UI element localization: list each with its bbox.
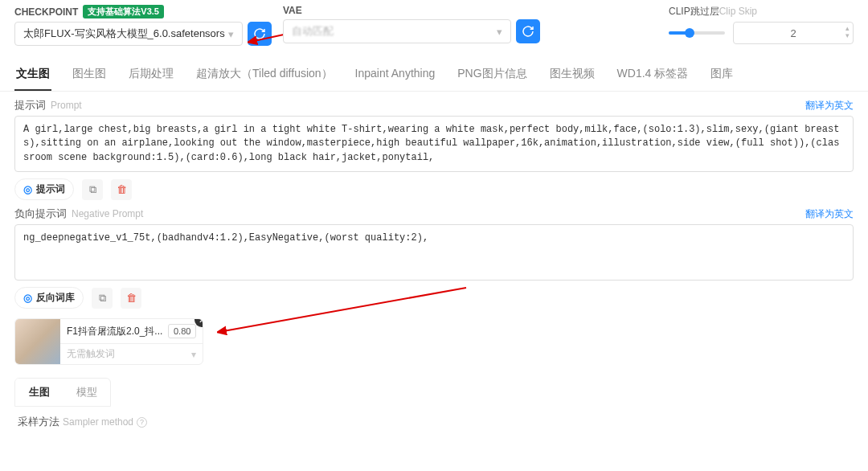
prompt-textarea[interactable]: A girl,large chest,big breasts,a girl in… <box>14 116 854 172</box>
neg-prompt-textarea[interactable]: ng_deepnegative_v1_75t,(badhandv4:1.2),E… <box>14 224 854 281</box>
checkpoint-refresh-button[interactable] <box>248 22 272 46</box>
prompt-token-label: 提示词 <box>36 182 65 196</box>
vae-refresh-button[interactable] <box>516 19 540 43</box>
refresh-icon <box>522 25 534 38</box>
vae-label: VAE <box>283 5 302 16</box>
prompt-copy-button[interactable]: ⧉ <box>82 179 103 200</box>
lora-weight-input[interactable]: 0.80 <box>168 324 196 338</box>
chevron-down-icon: ▾ <box>497 26 502 38</box>
tab-generate[interactable]: 生图 <box>15 379 63 406</box>
tab-postprocess[interactable]: 后期处理 <box>127 59 175 91</box>
neg-copy-button[interactable]: ⧉ <box>92 288 113 309</box>
refresh-icon <box>253 27 266 40</box>
tab-wd14-tagger[interactable]: WD1.4 标签器 <box>616 59 690 91</box>
tab-tiled-diffusion[interactable]: 超清放大（Tiled diffusion） <box>194 59 334 91</box>
vae-select[interactable]: 自动匹配 ▾ <box>283 19 511 43</box>
clip-skip-value: 2 <box>790 27 796 39</box>
prompt-token-button[interactable]: ◎ 提示词 <box>14 178 74 200</box>
checkpoint-label: CHECKPOINT <box>14 6 78 18</box>
lora-card: F1抖音屠流版2.0_抖... 0.80 无需触发词 ▾ ✕ <box>14 318 203 365</box>
target-icon: ◎ <box>23 292 32 304</box>
close-icon: ✕ <box>199 318 204 326</box>
target-icon: ◎ <box>23 183 32 195</box>
chevron-down-icon: ▾ <box>228 28 234 40</box>
neg-prompt-label-en: Negative Prompt <box>72 208 143 219</box>
checkpoint-badge: 支持基础算法V3.5 <box>83 5 164 18</box>
tab-gallery[interactable]: 图库 <box>709 59 735 91</box>
stepper-down-icon[interactable]: ▾ <box>845 33 850 39</box>
info-icon[interactable]: ? <box>137 417 147 428</box>
lora-trigger-select[interactable]: 无需触发词 ▾ <box>60 344 203 364</box>
neg-prompt-label-zh: 负向提示词 <box>14 207 67 221</box>
lora-trigger-placeholder: 无需触发词 <box>67 347 115 361</box>
tab-model[interactable]: 模型 <box>63 379 110 406</box>
tab-img2img[interactable]: 图生图 <box>71 59 108 91</box>
prompt-label-zh: 提示词 <box>14 98 46 113</box>
generate-tabs: 生图 模型 <box>14 378 111 407</box>
clip-skip-label-zh: CLIP跳过层 <box>669 6 719 17</box>
prompt-translate-link[interactable]: 翻译为英文 <box>805 99 854 113</box>
neg-token-label: 反向词库 <box>36 291 75 305</box>
checkpoint-value: 太郎FLUX-写实风格大模型_6.0.safetensors <box>23 27 228 41</box>
clip-skip-slider[interactable] <box>669 31 725 35</box>
clip-skip-input[interactable]: 2 ▴▾ <box>733 22 854 44</box>
prompt-label-en: Prompt <box>51 100 82 111</box>
checkpoint-select[interactable]: 太郎FLUX-写实风格大模型_6.0.safetensors ▾ <box>14 22 243 46</box>
neg-token-button[interactable]: ◎ 反向词库 <box>14 287 84 309</box>
lora-name: F1抖音屠流版2.0_抖... <box>67 325 163 338</box>
vae-placeholder: 自动匹配 <box>292 24 497 39</box>
trash-icon: 🗑 <box>117 183 127 195</box>
tab-inpaint-anything[interactable]: Inpaint Anything <box>354 59 437 91</box>
chevron-down-icon: ▾ <box>191 349 196 360</box>
copy-icon: ⧉ <box>99 292 106 305</box>
lora-thumbnail[interactable] <box>15 319 60 364</box>
clip-skip-label-en: Clip Skip <box>719 6 757 17</box>
tab-txt2img[interactable]: 文生图 <box>14 59 51 91</box>
tab-png-info[interactable]: PNG图片信息 <box>456 59 528 91</box>
neg-prompt-translate-link[interactable]: 翻译为英文 <box>805 207 854 221</box>
neg-clear-button[interactable]: 🗑 <box>121 288 141 309</box>
copy-icon: ⧉ <box>89 183 96 196</box>
trash-icon: 🗑 <box>126 292 137 304</box>
tab-img2video[interactable]: 图生视频 <box>548 59 596 91</box>
sampler-label-zh: 采样方法 <box>18 415 59 429</box>
stepper-up-icon[interactable]: ▴ <box>845 26 850 31</box>
sampler-label-en: Sampler method <box>63 416 133 428</box>
main-tabs: 文生图 图生图 后期处理 超清放大（Tiled diffusion） Inpai… <box>0 59 868 92</box>
prompt-clear-button[interactable]: 🗑 <box>111 179 132 200</box>
